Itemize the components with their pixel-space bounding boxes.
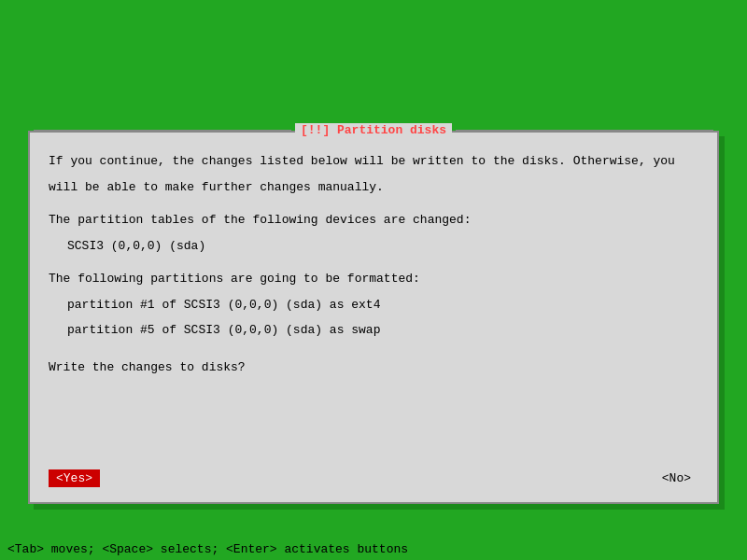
statusbar-text: <Tab> moves; <Space> selects; <Enter> ac…	[7, 542, 408, 556]
no-button[interactable]: <No>	[655, 469, 698, 487]
body-line2: will be able to make further changes man…	[49, 178, 698, 197]
body-line4: SCSI3 (0,0,0) (sda)	[67, 237, 698, 256]
body-line3: The partition tables of the following de…	[49, 211, 698, 230]
body-line5: The following partitions are going to be…	[49, 270, 698, 288]
dialog: [!!] Partition disks If you continue, th…	[28, 131, 719, 504]
dialog-content: If you continue, the changes listed belo…	[30, 137, 717, 460]
yes-button[interactable]: <Yes>	[49, 469, 100, 487]
title-line-left	[34, 130, 291, 132]
body-line6: partition #1 of SCSI3 (0,0,0) (sda) as e…	[67, 296, 698, 315]
button-row: <Yes> <No>	[30, 460, 717, 502]
dialog-title: [!!] Partition disks	[295, 123, 452, 137]
body-line8: Write the changes to disks?	[49, 358, 698, 377]
dialog-titlebar: [!!] Partition disks	[30, 123, 717, 137]
body-line1: If you continue, the changes listed belo…	[49, 152, 698, 171]
title-line-right	[456, 130, 713, 132]
statusbar: <Tab> moves; <Space> selects; <Enter> ac…	[0, 538, 747, 560]
body-line7: partition #5 of SCSI3 (0,0,0) (sda) as s…	[67, 321, 698, 340]
dialog-wrapper: [!!] Partition disks If you continue, th…	[28, 131, 719, 504]
